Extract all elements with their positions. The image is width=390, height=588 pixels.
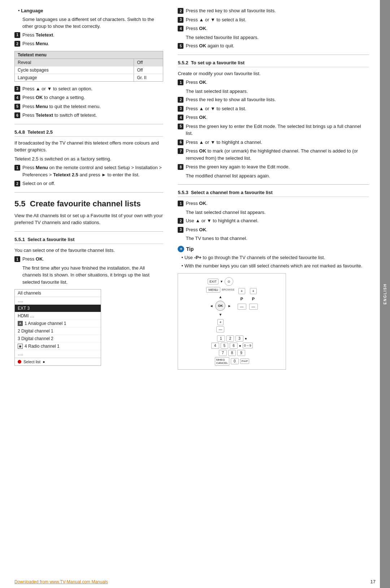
step-text-4: Press OK to change a setting.: [22, 94, 163, 101]
553-step3-sub: The TV tunes to that channel.: [186, 235, 369, 242]
remote-menu-btn: MENU: [206, 287, 220, 293]
remote-btn-7: 7: [219, 350, 227, 356]
step-2-menu: 2 Press Menu.: [14, 40, 163, 47]
remote-plus-btn: +: [217, 319, 224, 325]
remote-r-minus: —: [249, 304, 258, 310]
step-num-1: 1: [14, 32, 20, 38]
remote-ok-btn: OK: [218, 304, 223, 308]
section-552-number: 5.5.2: [178, 60, 188, 65]
r-step-text-2: Press the red key to show all favourite …: [186, 7, 369, 14]
552-step-3: 3 Press ▲ or ▼ to select a list.: [178, 105, 369, 112]
step-1-teletext: 1 Press Teletext.: [14, 31, 163, 39]
teletext-step-num-2: 2: [14, 181, 20, 186]
step-text-2: Press Menu.: [22, 40, 163, 47]
r-step-text-4: Press OK.: [186, 25, 369, 32]
teletext-step-text-2: Select on or off.: [22, 180, 163, 187]
select-list-label: Select list: [23, 360, 40, 364]
channel-text-radio: 4 Radio channel 1: [25, 344, 60, 349]
remote-btn-9: 9: [237, 350, 245, 356]
language-para: Some languages use a different set of ch…: [22, 16, 163, 30]
page-number: 17: [370, 579, 376, 584]
552-step-1: 1 Press OK.: [178, 79, 369, 86]
remote-left-section: EXIT ▼ ⊙ MENU BROWSE ▲ ▼ ◄: [206, 277, 234, 332]
remote-down-arrow: ▼: [220, 280, 223, 283]
remote-middle-section: + P —: [238, 288, 246, 310]
553-step-2: 2 Use ▲ or ▼ to highlight a channel.: [178, 217, 369, 224]
remote-numpad: 1 2 3 ● 4 5 6 ● 0 – 9 7 8: [182, 335, 282, 366]
channel-text-hdmi: HDMI …: [18, 313, 34, 318]
step-num-3: 3: [14, 86, 20, 92]
channel-item-ext3: EXT 3: [15, 305, 101, 312]
teletext-step-2: 2 Select on or off.: [14, 180, 163, 187]
r-step-text-3: Press ▲ or ▼ to select a list.: [186, 16, 369, 23]
table-cell-language-value: Gr. II: [134, 74, 163, 81]
section-548-number: 5.4.8: [14, 129, 25, 135]
remote-p-plus: +: [238, 288, 246, 294]
language-title: Language: [21, 8, 43, 13]
552-step-num-5: 5: [178, 124, 183, 129]
552-step-4: 4 Press OK.: [178, 114, 369, 121]
section-551-step1-sub: The first time after you have finished t…: [22, 265, 163, 286]
remote-btn-6: 6: [230, 343, 238, 349]
teletext-step-text-1: Press Menu on the remote control and sel…: [22, 164, 163, 178]
tip-box: + Tip Use -P+ to go through the TV chann…: [178, 246, 369, 270]
552-step-num-3: 3: [178, 106, 183, 112]
552-step-num-4: 4: [178, 115, 183, 120]
table-cell-language-label: Language: [15, 74, 134, 81]
553-step-1: 1 Press OK.: [178, 200, 369, 207]
section-55-number: 5.5: [14, 199, 26, 208]
section-551-step-text-1: Press OK.: [22, 256, 163, 263]
553-step-num-1: 1: [178, 201, 183, 206]
channel-item-digital1: 2 Digital channel 1: [15, 327, 101, 335]
step-text-1: Press Teletext.: [22, 31, 163, 39]
section-55-heading: Create favourite channel lists: [30, 199, 141, 208]
remote-btn-1: 1: [217, 335, 225, 342]
552-step-num-8: 8: [178, 164, 183, 170]
553-step-text-3: Press OK.: [186, 226, 369, 233]
table-row-cycle: Cycle subpages Off: [15, 66, 163, 74]
section-552-title: 5.5.2 To set up a favourite list: [178, 60, 369, 67]
552-step-num-6: 6: [178, 140, 183, 145]
language-section: Language Some languages use a different …: [14, 7, 163, 119]
side-tab-label: ENGLISH: [383, 283, 387, 304]
section-55-title: 5.5 Create favourite channel lists: [14, 199, 163, 209]
552-step-num-1: 1: [178, 80, 183, 85]
section-553: 5.5.3 Select a channel from a favourite …: [178, 190, 369, 242]
page-footer: Downloaded from www.TV-Manual.com Manual…: [0, 579, 390, 584]
section-548-title: 5.4.8 Teletext 2.5: [14, 129, 163, 137]
r-step-2: 2 Press the red key to show all favourit…: [178, 7, 369, 14]
remote-btn-8: 8: [228, 350, 236, 356]
channel-text-dots2: ….: [18, 351, 23, 356]
552-step-text-8: Press the green key again to leave the E…: [186, 163, 369, 171]
tip-bullet-1: Use -P+ to go through the TV channels of…: [181, 254, 369, 261]
step-num-2: 2: [14, 41, 20, 47]
r-step4-sub: The selected favourite list appears.: [186, 34, 369, 41]
footer-link[interactable]: Downloaded from www.TV-Manual.com Manual…: [14, 579, 108, 584]
remote-dot-1: ●: [245, 336, 247, 340]
step-3: 3 Press ▲ or ▼ to select an option.: [14, 85, 163, 93]
552-step-num-7: 7: [178, 148, 183, 154]
remote-minus-btn: —: [216, 326, 224, 332]
remote-09-label: 0 – 9: [243, 343, 253, 348]
r-step-5: 5 Press OK again to quit.: [178, 42, 369, 50]
552-step-8: 8 Press the green key again to leave the…: [178, 163, 369, 171]
remote-btn-5: 5: [221, 343, 229, 349]
step-6: 6 Press Teletext to switch off teletext.: [14, 112, 163, 119]
table-header: Teletext menu: [15, 51, 163, 59]
teletext-step-1: 1 Press Menu on the remote control and s…: [14, 164, 163, 178]
right-column: 2 Press the red key to show all favourit…: [174, 7, 369, 581]
channel-text-digital1: 2 Digital channel 1: [18, 329, 53, 334]
r-step-num-4: 4: [178, 26, 183, 31]
step-text-3: Press ▲ or ▼ to select an option.: [22, 85, 163, 93]
remote-exit-btn: EXIT: [208, 279, 218, 284]
teletext-para2: Teletext 2.5 is switched on as a factory…: [14, 155, 163, 163]
channel-footer-icon: ●: [43, 360, 45, 364]
remote-right-section: + P —: [249, 288, 258, 310]
section-551: 5.5.1 Select a favourite list You can se…: [14, 237, 163, 366]
section-55-para: View the All channels list or set up a F…: [14, 212, 163, 226]
section-551-heading: Select a favourite list: [27, 237, 74, 242]
remote-p-minus: —: [238, 304, 246, 310]
552-step-num-2: 2: [178, 97, 183, 103]
teletext-menu-table: Teletext menu Reveal Off Cycle subpages …: [14, 51, 163, 82]
section-551-title: 5.5.1 Select a favourite list: [14, 237, 163, 244]
